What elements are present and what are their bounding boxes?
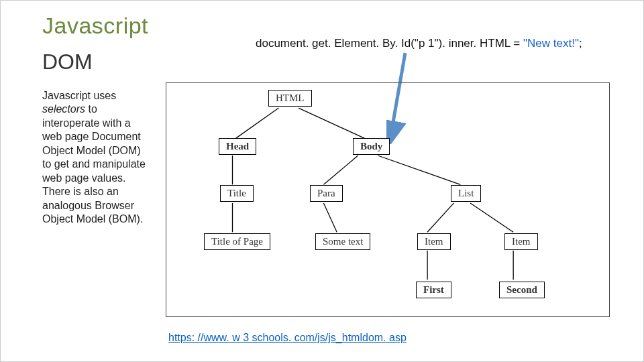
svg-line-9: [470, 203, 513, 232]
svg-line-7: [323, 203, 337, 232]
content-row: Javascript uses selectors to interoperat…: [42, 86, 610, 317]
node-para: Para: [310, 185, 343, 202]
code-line: document. get. Element. By. Id("p 1"). i…: [256, 37, 582, 50]
node-html: HTML: [268, 90, 312, 107]
desc-rest: to interoperate with a web page Document…: [42, 103, 146, 225]
code-suffix: ;: [579, 37, 582, 50]
node-item1: Item: [417, 233, 451, 250]
node-first: First: [416, 282, 451, 298]
node-head: Head: [219, 138, 256, 155]
svg-line-1: [235, 108, 278, 138]
desc-part1: Javascript uses: [42, 90, 116, 101]
svg-line-5: [378, 156, 460, 184]
node-title: Title: [220, 185, 254, 202]
node-titlepage: Title of Page: [204, 233, 270, 250]
slide-subtitle: DOM: [42, 50, 610, 74]
node-list: List: [451, 185, 481, 202]
desc-emph: selectors: [42, 103, 85, 115]
slide-title: Javascript: [42, 13, 610, 39]
source-link[interactable]: https: //www. w 3 schools. com/js/js_htm…: [168, 332, 407, 344]
dom-tree-diagram: HTML Head Body Title Para List Title of …: [166, 82, 610, 317]
node-sometext: Some text: [315, 233, 370, 250]
node-second: Second: [499, 282, 545, 298]
code-prefix: document. get. Element. By. Id("p 1"). i…: [256, 37, 523, 50]
slide: Javascript document. get. Element. By. I…: [0, 0, 644, 362]
svg-line-2: [299, 108, 365, 138]
svg-line-4: [323, 156, 358, 184]
svg-line-8: [427, 203, 453, 232]
description-text: Javascript uses selectors to interoperat…: [42, 89, 148, 227]
node-item2: Item: [504, 233, 538, 250]
code-string-literal: "New text!": [523, 37, 579, 50]
node-body: Body: [353, 138, 390, 155]
